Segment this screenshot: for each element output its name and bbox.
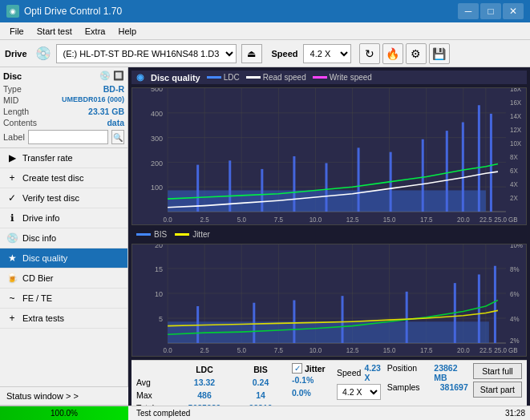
sidebar-item-disc-info[interactable]: 💿 Disc info [0,228,127,248]
menu-bar: File Start test Extra Help [0,22,530,40]
svg-rect-97 [494,266,496,343]
save-icon[interactable]: 💾 [429,43,450,64]
app-icon: ◉ [6,5,19,18]
sidebar-item-create-test-disc[interactable]: + Create test disc [0,168,127,188]
speed-section: Speed 4.23 X 4.2 X [337,363,382,400]
svg-text:500: 500 [151,88,163,93]
svg-text:12.5: 12.5 [346,216,359,224]
speed-selector[interactable]: 4.2 X [303,44,351,63]
progress-text: 100.0% [0,406,128,420]
label-search-button[interactable]: 🔍 [111,130,124,144]
svg-text:15.0: 15.0 [383,345,396,353]
svg-text:20: 20 [155,244,163,249]
svg-text:17.5: 17.5 [420,216,433,224]
svg-text:15: 15 [155,265,163,273]
legend-jitter-color [175,233,189,236]
svg-text:20.0: 20.0 [457,216,470,224]
menu-extra[interactable]: Extra [79,25,112,38]
chart-icon: ◉ [136,72,144,83]
svg-text:10%: 10% [510,244,524,249]
close-button[interactable]: ✕ [503,3,524,19]
svg-rect-47 [358,147,360,212]
legend-bis-label: BIS [154,230,167,239]
nav-items: ▶ Transfer rate + Create test disc ✓ Ver… [0,148,127,391]
drive-icon: 💿 [35,46,51,61]
legend-bis: BIS [136,230,167,239]
stats-empty-header [136,363,176,376]
sidebar-item-extra-tests[interactable]: + Extra tests [0,309,127,329]
disc-info-icon: 💿 [6,232,18,244]
maximize-button[interactable]: □ [480,3,501,19]
status-window-button[interactable]: Status window > > [0,386,128,406]
stats-max-label: Max [136,389,176,402]
start-full-button[interactable]: Start full [473,363,522,379]
top-chart: 500 400 300 200 100 18X 16X 14X 12X 10X … [131,87,527,225]
speed-value-display: 4.23 X [364,363,382,382]
legend-read: Read speed [246,73,306,82]
app-title: Opti Drive Control 1.70 [24,6,122,17]
svg-rect-51 [462,122,464,212]
svg-text:300: 300 [151,135,163,143]
jitter-max-row: 0.0% [292,386,332,399]
cd-bier-icon: 🍺 [6,273,18,284]
svg-text:14X: 14X [510,113,522,120]
position-value: 23862 MB [434,363,467,382]
action-buttons: Start full Start part [473,363,522,398]
sidebar-item-transfer-rate[interactable]: ▶ Transfer rate [0,148,127,168]
jitter-checkbox[interactable]: ✓ [292,363,302,374]
create-test-disc-label: Create test disc [22,173,83,183]
burn-icon[interactable]: 🔥 [382,43,403,64]
svg-rect-96 [478,274,480,343]
svg-text:2.5: 2.5 [200,216,210,224]
bottom-chart-legend: BIS Jitter [131,228,527,240]
drive-selector[interactable]: (E:) HL-DT-ST BD-RE WH16NS48 1.D3 [56,44,237,63]
sidebar-item-disc-quality[interactable]: ★ Disc quality [0,248,127,269]
sidebar-item-cd-bier[interactable]: 🍺 CD Bier [0,269,127,289]
svg-rect-45 [293,156,295,212]
jitter-avg-value: -0.1% [292,374,332,386]
bottom-chart-svg: 20 15 10 5 10% 8% 6% 4% 2% 0.0 2.5 5.0 7… [132,244,526,356]
sidebar-item-drive-info[interactable]: ℹ Drive info [0,208,127,228]
samples-row: Samples 381697 [387,382,468,392]
sidebar-item-fe-te[interactable]: ~ FE / TE [0,289,127,309]
menu-start-test[interactable]: Start test [30,25,79,38]
svg-text:25.0 GB: 25.0 GB [494,345,518,353]
svg-rect-94 [406,292,408,343]
svg-text:25.0 GB: 25.0 GB [494,216,518,224]
sidebar-wrapper: Disc 💿 🔲 Type BD-R MID UMEBDR016 (000) L… [0,67,128,420]
sidebar: Disc 💿 🔲 Type BD-R MID UMEBDR016 (000) L… [0,67,128,391]
sidebar-item-verify-test-disc[interactable]: ✓ Verify test disc [0,188,127,208]
refresh-icon[interactable]: ↻ [359,43,380,64]
disc-length-row: Length 23.31 GB [3,107,124,116]
eject-button[interactable]: ⏏ [241,44,262,63]
svg-text:4X: 4X [510,181,518,188]
disc-mid-row: MID UMEBDR016 (000) [3,95,124,105]
disc-contents-value: data [107,118,124,127]
svg-text:20.0: 20.0 [457,345,470,353]
stats-max-ldc: 486 [176,389,233,402]
bottom-chart: 20 15 10 5 10% 8% 6% 4% 2% 0.0 2.5 5.0 7… [131,244,527,357]
stats-bis-header: BIS [233,363,289,376]
stats-ldc-header: LDC [176,363,233,376]
stats-avg-row: Avg 13.32 0.24 [136,376,289,389]
disc-label-input[interactable] [28,130,108,144]
svg-text:22.5: 22.5 [479,345,492,353]
main-layout: Disc 💿 🔲 Type BD-R MID UMEBDR016 (000) L… [0,67,530,420]
svg-text:6X: 6X [510,168,518,175]
menu-help[interactable]: Help [111,25,143,38]
disc-length-label: Length [3,107,29,116]
settings-icon[interactable]: ⚙ [406,43,427,64]
stats-max-row: Max 486 14 [136,389,289,402]
svg-text:6%: 6% [510,290,520,298]
position-label: Position [387,363,430,382]
svg-rect-53 [490,114,492,212]
disc-type-value: BD-R [103,84,124,94]
svg-text:15.0: 15.0 [383,216,396,224]
start-part-button[interactable]: Start part [473,382,522,398]
menu-file[interactable]: File [3,25,30,38]
position-row: Position 23862 MB [387,363,468,382]
fe-te-label: FE / TE [22,293,52,303]
speed-combo-select[interactable]: 4.2 X [337,384,381,400]
samples-label: Samples [387,382,435,392]
minimize-button[interactable]: ─ [458,3,479,19]
